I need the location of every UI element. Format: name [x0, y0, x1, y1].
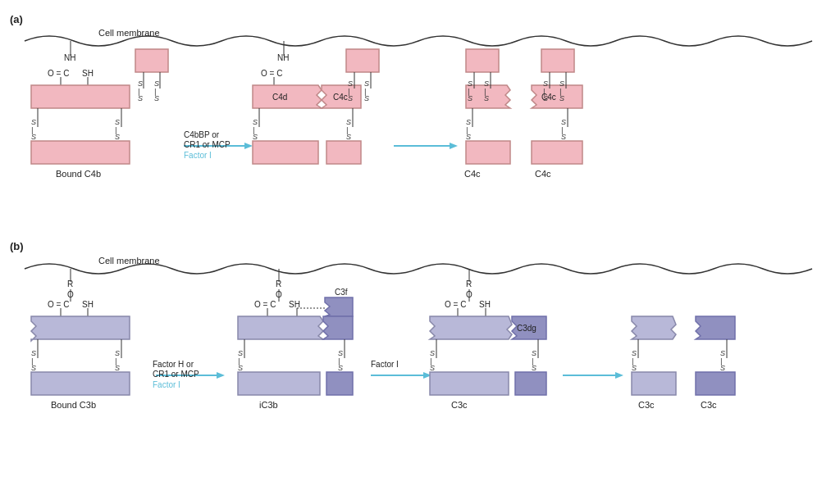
svg-text:S: S: [348, 79, 353, 88]
svg-text:S: S: [561, 118, 566, 126]
svg-rect-71: [466, 49, 499, 72]
svg-text:S: S: [484, 94, 489, 102]
svg-rect-48: [326, 141, 361, 164]
svg-text:S: S: [338, 349, 343, 357]
svg-text:S: S: [364, 94, 369, 102]
svg-text:S: S: [115, 118, 120, 126]
svg-text:O: O: [276, 290, 282, 299]
svg-text:O = C: O = C: [261, 69, 282, 78]
svg-rect-134: [238, 372, 320, 395]
svg-text:S: S: [532, 349, 536, 357]
svg-rect-19: [135, 49, 168, 72]
svg-text:|: |: [115, 357, 116, 366]
svg-text:|: |: [720, 357, 722, 366]
svg-text:(b): (b): [10, 240, 24, 252]
svg-text:S: S: [154, 79, 159, 88]
svg-text:C4c: C4c: [535, 169, 551, 179]
svg-marker-138: [423, 372, 431, 379]
svg-text:R: R: [466, 279, 472, 288]
svg-marker-161: [615, 372, 623, 379]
svg-text:S: S: [430, 364, 435, 372]
svg-text:(a): (a): [10, 13, 23, 25]
svg-text:|: |: [31, 357, 33, 366]
svg-text:|: |: [154, 88, 156, 96]
svg-text:Bound C4b: Bound C4b: [56, 169, 101, 179]
svg-rect-109: [31, 372, 130, 395]
svg-text:|: |: [561, 126, 563, 134]
svg-text:Cell membrane: Cell membrane: [98, 28, 160, 38]
svg-text:S: S: [338, 364, 343, 372]
svg-text:C4d: C4d: [272, 93, 287, 102]
svg-rect-64: [466, 141, 510, 164]
svg-rect-80: [541, 49, 574, 72]
svg-text:S: S: [253, 133, 258, 141]
svg-text:O: O: [67, 290, 74, 299]
svg-rect-166: [632, 372, 676, 395]
svg-text:O = C: O = C: [254, 300, 276, 309]
svg-marker-29: [244, 143, 253, 149]
svg-text:S: S: [468, 79, 472, 88]
svg-text:Bound C3b: Bound C3b: [51, 400, 96, 410]
svg-text:S: S: [31, 133, 36, 141]
svg-text:S: S: [559, 94, 564, 102]
svg-text:S: S: [484, 79, 489, 88]
svg-text:S: S: [543, 94, 548, 102]
svg-text:Factor I: Factor I: [371, 360, 399, 369]
svg-rect-8: [31, 85, 130, 108]
svg-text:S: S: [532, 364, 536, 372]
svg-rect-49: [346, 49, 379, 72]
svg-text:|: |: [430, 357, 431, 366]
svg-text:S: S: [115, 364, 120, 372]
svg-rect-17: [31, 141, 130, 164]
svg-text:|: |: [338, 357, 340, 366]
svg-text:S: S: [468, 94, 472, 102]
svg-text:C3f: C3f: [335, 288, 348, 297]
svg-rect-158: [515, 372, 546, 395]
svg-marker-59: [450, 143, 458, 149]
svg-text:S: S: [238, 364, 243, 372]
svg-text:NH: NH: [64, 53, 75, 62]
svg-text:Factor I: Factor I: [184, 151, 212, 160]
svg-text:|: |: [466, 126, 468, 134]
svg-text:S: S: [543, 79, 548, 88]
svg-text:S: S: [346, 118, 351, 126]
svg-text:O: O: [466, 290, 472, 299]
svg-text:S: S: [632, 349, 637, 357]
svg-text:C3c: C3c: [701, 400, 717, 410]
svg-text:R: R: [67, 279, 73, 288]
svg-rect-157: [430, 372, 509, 395]
svg-text:S: S: [31, 364, 36, 372]
svg-text:S: S: [115, 133, 120, 141]
svg-text:S: S: [720, 364, 725, 372]
svg-text:S: S: [115, 349, 120, 357]
svg-marker-112: [217, 372, 225, 379]
svg-text:|: |: [253, 126, 254, 134]
svg-text:S: S: [466, 133, 471, 141]
svg-text:S: S: [253, 118, 258, 126]
svg-text:CR1 or MCP: CR1 or MCP: [184, 140, 231, 149]
svg-text:S: S: [466, 118, 471, 126]
svg-rect-70: [532, 141, 582, 164]
svg-rect-47: [253, 141, 318, 164]
svg-text:C4c: C4c: [541, 93, 556, 102]
svg-text:|: |: [115, 126, 116, 134]
svg-text:S: S: [364, 79, 369, 88]
svg-text:NH: NH: [277, 53, 289, 62]
svg-text:S: S: [138, 94, 143, 102]
svg-text:|: |: [468, 88, 469, 96]
svg-text:|: |: [138, 88, 139, 96]
svg-text:SH: SH: [479, 300, 491, 309]
svg-text:S: S: [559, 79, 564, 88]
svg-text:C3dg: C3dg: [517, 324, 536, 333]
svg-text:CR1 or MCP: CR1 or MCP: [153, 370, 199, 379]
svg-rect-135: [326, 372, 353, 395]
svg-text:S: S: [632, 364, 637, 372]
svg-text:C4c: C4c: [333, 93, 348, 102]
svg-text:Factor I: Factor I: [153, 380, 180, 389]
svg-rect-171: [696, 372, 735, 395]
svg-text:iC3b: iC3b: [259, 400, 278, 410]
svg-text:SH: SH: [82, 69, 94, 78]
svg-text:SH: SH: [82, 300, 94, 309]
svg-text:S: S: [561, 133, 566, 141]
main-diagram-svg: (a) Cell membrane NH O = C SH S | S S | …: [0, 0, 840, 504]
